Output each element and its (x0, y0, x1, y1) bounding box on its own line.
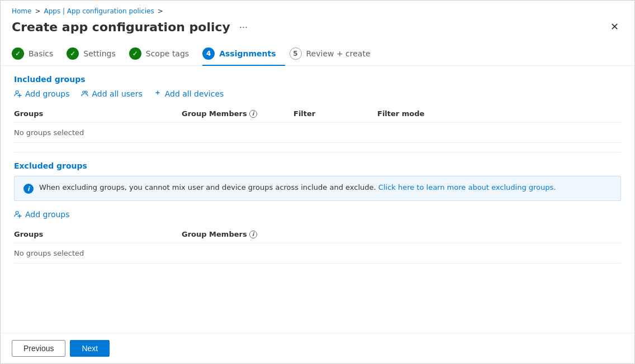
steps-row: ✓ Basics ✓ Settings ✓ Scope tags 4 Assig… (1, 43, 634, 66)
svg-point-4 (85, 91, 87, 93)
included-groups-title: Included groups (14, 75, 621, 84)
person-add-excluded-icon (14, 210, 22, 218)
svg-point-7 (16, 212, 18, 214)
group-members-info-icon-exc: i (249, 231, 257, 238)
group-members-info-icon-inc: i (249, 110, 257, 118)
add-groups-excluded-button[interactable]: Add groups (14, 210, 70, 219)
breadcrumb-sep2: > (158, 7, 163, 15)
step-basics[interactable]: ✓ Basics (12, 43, 62, 65)
step-scope-tags-circle: ✓ (129, 47, 141, 60)
step-settings[interactable]: ✓ Settings (67, 43, 124, 65)
step-assignments[interactable]: 4 Assignments (202, 43, 285, 65)
add-all-devices-button[interactable]: Add all devices (154, 89, 224, 98)
person-add-icon (14, 90, 22, 98)
learn-more-link[interactable]: Click here to learn more about excluding… (378, 183, 556, 191)
create-policy-modal: Home > Apps | App configuration policies… (0, 0, 635, 364)
excluded-table-header: Groups Group Members i (14, 226, 621, 243)
step-review-create-circle: 5 (290, 47, 302, 60)
step-basics-circle: ✓ (12, 47, 24, 60)
no-groups-selected-inc: No groups selected (14, 128, 182, 137)
excluded-table-empty-row: No groups selected (14, 243, 621, 264)
excluded-groups-section: Excluded groups i When excluding groups,… (14, 161, 621, 264)
step-settings-label: Settings (83, 49, 115, 58)
no-groups-selected-exc: No groups selected (14, 249, 182, 257)
col-groups-inc: Groups (14, 109, 182, 118)
col-group-members-exc: Group Members i (182, 230, 293, 238)
excluded-groups-title: Excluded groups (14, 161, 621, 170)
add-groups-included-label: Add groups (25, 89, 70, 98)
included-groups-table: Groups Group Members i Filter Filter mod… (14, 105, 621, 143)
add-all-devices-label: Add all devices (165, 89, 224, 98)
add-groups-excluded-label: Add groups (25, 210, 70, 219)
included-groups-actions: Add groups Add all users (14, 89, 621, 98)
step-review-create[interactable]: 5 Review + create (290, 43, 380, 65)
col-group-members-inc: Group Members i (182, 109, 293, 118)
breadcrumb-sep1: > (35, 7, 40, 15)
step-assignments-circle: 4 (202, 47, 215, 60)
svg-point-3 (83, 91, 85, 93)
previous-button[interactable]: Previous (12, 340, 65, 357)
step-review-create-label: Review + create (306, 49, 371, 58)
add-all-devices-icon (154, 90, 162, 98)
modal-body: Included groups Add groups (1, 66, 634, 333)
close-button[interactable]: ✕ (606, 20, 623, 34)
add-all-users-label: Add all users (92, 89, 143, 98)
title-row: Create app configuration policy ··· ✕ (12, 20, 623, 34)
col-filter-inc: Filter (293, 109, 377, 118)
info-banner-icon: i (23, 184, 34, 194)
excluded-groups-table: Groups Group Members i No groups selecte… (14, 226, 621, 264)
excluded-groups-actions: Add groups (14, 210, 621, 219)
col-groups-exc: Groups (14, 230, 182, 238)
more-options-button[interactable]: ··· (236, 20, 251, 34)
included-table-empty-row: No groups selected (14, 123, 621, 143)
add-all-users-icon (81, 90, 89, 98)
step-scope-tags[interactable]: ✓ Scope tags (129, 43, 198, 65)
included-table-header: Groups Group Members i Filter Filter mod… (14, 105, 621, 123)
breadcrumb-apps[interactable]: Apps | App configuration policies (44, 7, 154, 15)
step-settings-circle: ✓ (67, 47, 79, 60)
step-assignments-label: Assignments (219, 49, 276, 58)
info-banner: i When excluding groups, you cannot mix … (14, 176, 621, 201)
col-filter-mode-inc: Filter mode (377, 109, 489, 118)
add-groups-included-button[interactable]: Add groups (14, 89, 70, 98)
section-divider (14, 152, 621, 152)
add-all-users-button[interactable]: Add all users (81, 89, 143, 98)
next-button[interactable]: Next (70, 340, 110, 357)
modal-header: Home > Apps | App configuration policies… (1, 1, 634, 43)
info-banner-text: When excluding groups, you cannot mix us… (39, 183, 556, 191)
step-basics-label: Basics (29, 49, 53, 58)
page-title: Create app configuration policy (12, 20, 230, 34)
included-groups-section: Included groups Add groups (14, 75, 621, 143)
modal-footer: Previous Next (1, 333, 634, 363)
breadcrumb-home[interactable]: Home (12, 7, 31, 15)
svg-point-0 (16, 91, 18, 94)
breadcrumb: Home > Apps | App configuration policies… (12, 7, 623, 15)
step-scope-tags-label: Scope tags (146, 49, 189, 58)
